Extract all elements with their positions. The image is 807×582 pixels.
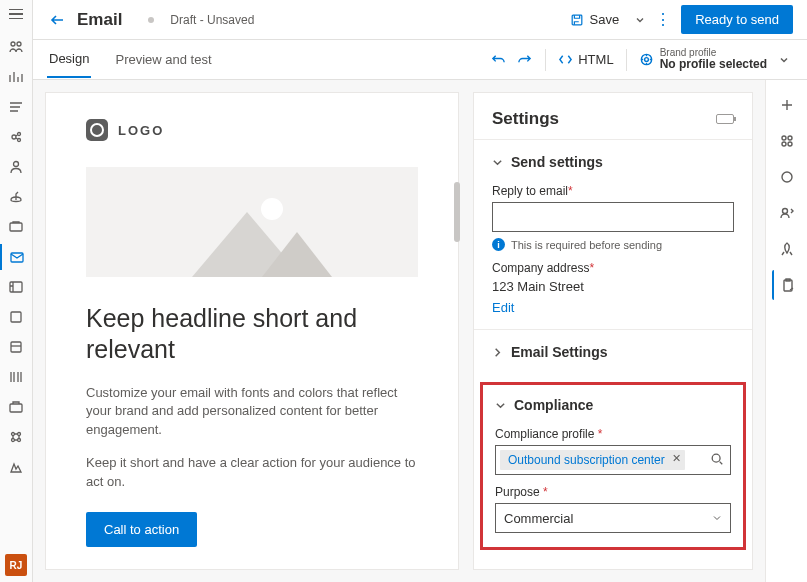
canvas-scrollbar[interactable] — [454, 182, 460, 242]
logo-icon — [86, 119, 108, 141]
rail-item-6[interactable] — [0, 184, 33, 210]
reply-to-input[interactable] — [492, 202, 734, 232]
svg-rect-10 — [11, 342, 21, 352]
brand-value: No profile selected — [660, 58, 767, 71]
save-chevron[interactable] — [635, 15, 645, 25]
rail-item-7[interactable] — [0, 214, 33, 240]
compliance-profile-value: Outbound subscription center — [508, 453, 665, 467]
hamburger-icon[interactable] — [6, 4, 26, 24]
svg-point-1 — [17, 42, 21, 46]
edit-address-link[interactable]: Edit — [492, 300, 514, 315]
company-address-value: 123 Main Street — [492, 279, 734, 294]
send-settings-label: Send settings — [511, 154, 603, 170]
personalize-button[interactable] — [772, 198, 802, 228]
svg-point-23 — [782, 136, 786, 140]
remove-pill-button[interactable]: ✕ — [672, 452, 681, 465]
settings-panel: Settings Send settings Reply to email* i… — [473, 92, 753, 570]
settings-button[interactable] — [772, 162, 802, 192]
brand-profile-selector[interactable]: Brand profile No profile selected — [635, 47, 793, 71]
add-element-button[interactable] — [772, 90, 802, 120]
headline[interactable]: Keep headline short and relevant — [86, 303, 418, 366]
ready-to-send-button[interactable]: Ready to send — [681, 5, 793, 34]
image-placeholder[interactable] — [86, 167, 418, 277]
body-paragraph-2[interactable]: Keep it short and have a clear action fo… — [86, 454, 418, 492]
undo-button[interactable] — [485, 47, 511, 73]
rail-item-15[interactable] — [0, 454, 33, 480]
compliance-profile-label: Compliance profile * — [495, 427, 731, 441]
html-button[interactable]: HTML — [554, 52, 617, 67]
rail-item-9[interactable] — [0, 274, 33, 300]
cta-button[interactable]: Call to action — [86, 512, 197, 547]
svg-point-22 — [712, 454, 720, 462]
back-button[interactable] — [47, 10, 67, 30]
svg-point-18 — [644, 58, 648, 62]
mountain-icon — [152, 187, 352, 277]
status-dot-icon — [148, 17, 154, 23]
svg-point-15 — [18, 439, 21, 442]
svg-rect-8 — [10, 282, 22, 292]
svg-point-3 — [18, 133, 21, 136]
section-send-settings: Send settings Reply to email* i This is … — [474, 139, 752, 329]
svg-point-13 — [18, 433, 21, 436]
redo-button[interactable] — [511, 47, 537, 73]
email-settings-label: Email Settings — [511, 344, 607, 360]
rail-item-14[interactable] — [0, 424, 33, 450]
page-title: Email — [77, 10, 122, 30]
company-address-label: Company address* — [492, 261, 734, 275]
html-label: HTML — [578, 52, 613, 67]
tab-design[interactable]: Design — [47, 41, 91, 78]
rail-item-5[interactable] — [0, 154, 33, 180]
clipboard-button[interactable] — [772, 270, 802, 300]
user-avatar[interactable]: RJ — [5, 554, 27, 576]
draft-status: Draft - Unsaved — [170, 13, 254, 27]
sub-toolbar: Design Preview and test HTML Brand profi… — [33, 40, 807, 80]
rail-item-email[interactable] — [0, 244, 33, 270]
svg-rect-6 — [10, 223, 22, 231]
rail-item-12[interactable] — [0, 364, 33, 390]
rail-item-3[interactable] — [0, 94, 33, 120]
email-settings-toggle[interactable]: Email Settings — [492, 340, 734, 364]
save-button[interactable]: Save — [564, 8, 626, 31]
right-tool-rail — [765, 80, 807, 582]
rail-item-11[interactable] — [0, 334, 33, 360]
tab-preview[interactable]: Preview and test — [113, 42, 213, 77]
settings-title: Settings — [474, 93, 752, 139]
svg-point-28 — [782, 209, 787, 214]
elements-button[interactable] — [772, 126, 802, 156]
svg-point-25 — [782, 142, 786, 146]
rocket-button[interactable] — [772, 234, 802, 264]
rail-item-13[interactable] — [0, 394, 33, 420]
compliance-toggle[interactable]: Compliance — [495, 393, 731, 417]
more-actions-button[interactable]: ⋮ — [655, 10, 671, 29]
rail-item-4[interactable] — [0, 124, 33, 150]
svg-rect-16 — [572, 15, 582, 25]
rail-item-10[interactable] — [0, 304, 33, 330]
logo-text: LOGO — [118, 123, 164, 138]
purpose-value: Commercial — [504, 511, 573, 526]
svg-point-19 — [261, 198, 283, 220]
required-info-text: This is required before sending — [511, 239, 662, 251]
send-settings-toggle[interactable]: Send settings — [492, 150, 734, 174]
rail-item-1[interactable] — [0, 34, 33, 60]
svg-point-26 — [788, 142, 792, 146]
save-label: Save — [590, 12, 620, 27]
search-icon[interactable] — [710, 452, 724, 469]
svg-rect-11 — [10, 404, 22, 412]
rail-item-2[interactable] — [0, 64, 33, 90]
reply-to-label: Reply to email* — [492, 184, 734, 198]
save-icon — [570, 13, 584, 27]
body-paragraph-1[interactable]: Customize your email with fonts and colo… — [86, 384, 418, 441]
logo-block: LOGO — [86, 119, 418, 141]
info-icon: i — [492, 238, 505, 251]
compliance-label: Compliance — [514, 397, 593, 413]
email-canvas[interactable]: LOGO Keep headline short and relevant Cu… — [45, 92, 459, 570]
brand-icon — [639, 52, 654, 67]
chevron-down-icon — [779, 55, 789, 65]
chevron-down-icon — [712, 513, 722, 523]
purpose-label: Purpose * — [495, 485, 731, 499]
device-icon[interactable] — [716, 114, 734, 124]
compliance-profile-pill: Outbound subscription center ✕ — [500, 450, 685, 470]
purpose-select[interactable]: Commercial — [495, 503, 731, 533]
compliance-profile-field[interactable]: Outbound subscription center ✕ — [495, 445, 731, 475]
section-topic: Topic Select a topic — [474, 556, 752, 570]
